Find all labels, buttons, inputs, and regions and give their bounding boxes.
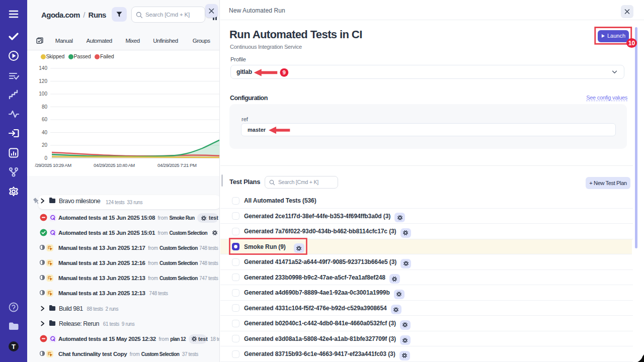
svg-text:T: T [12,343,16,350]
